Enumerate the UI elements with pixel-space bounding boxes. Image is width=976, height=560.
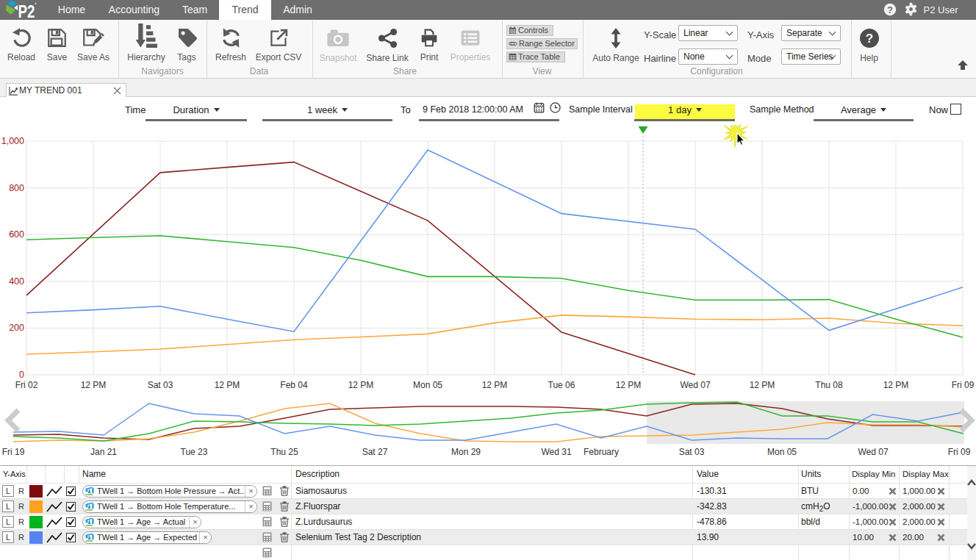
svg-text:Wed 07: Wed 07 [680, 380, 710, 390]
svg-text:0: 0 [19, 370, 24, 380]
svg-text:Sat 03: Sat 03 [679, 447, 705, 457]
svg-text:Tue 23: Tue 23 [181, 447, 208, 457]
svg-text:P2: P2 [18, 1, 35, 21]
svg-text:12 PM: 12 PM [81, 380, 107, 390]
svg-text:12 PM: 12 PM [883, 380, 909, 390]
svg-text:800: 800 [9, 183, 24, 193]
svg-text:Fri 09: Fri 09 [952, 380, 975, 390]
svg-text:12 PM: 12 PM [750, 380, 775, 390]
svg-text:February: February [584, 447, 619, 457]
svg-text:200: 200 [9, 323, 24, 333]
svg-text:Sat 27: Sat 27 [362, 447, 388, 457]
svg-text:Tue 06: Tue 06 [548, 380, 575, 390]
svg-text:?: ? [865, 32, 872, 46]
svg-text:Feb 04: Feb 04 [280, 380, 308, 390]
svg-text:Fri 02: Fri 02 [15, 380, 38, 390]
svg-text:Mon 29: Mon 29 [451, 447, 481, 457]
svg-text:Thu 08: Thu 08 [815, 380, 843, 390]
svg-text:12 PM: 12 PM [616, 380, 642, 390]
svg-text:12 PM: 12 PM [215, 380, 240, 390]
svg-text:600: 600 [9, 229, 24, 240]
svg-text:?: ? [887, 4, 893, 15]
svg-text:Wed 31: Wed 31 [541, 447, 571, 457]
svg-text:Fri 09: Fri 09 [948, 447, 971, 457]
svg-text:12 PM: 12 PM [482, 380, 508, 390]
svg-text:Mon 05: Mon 05 [413, 380, 442, 390]
svg-text:Wed 07: Wed 07 [858, 447, 888, 457]
svg-text:1,000: 1,000 [1, 136, 24, 146]
svg-text:Sat 03: Sat 03 [148, 380, 173, 390]
svg-text:Mon 05: Mon 05 [767, 447, 797, 457]
svg-text:Jan 21: Jan 21 [90, 447, 117, 457]
svg-text:Thu 25: Thu 25 [270, 447, 298, 457]
svg-text:400: 400 [9, 276, 24, 287]
svg-text:Fri 19: Fri 19 [2, 447, 25, 457]
svg-text:12 PM: 12 PM [348, 380, 374, 390]
